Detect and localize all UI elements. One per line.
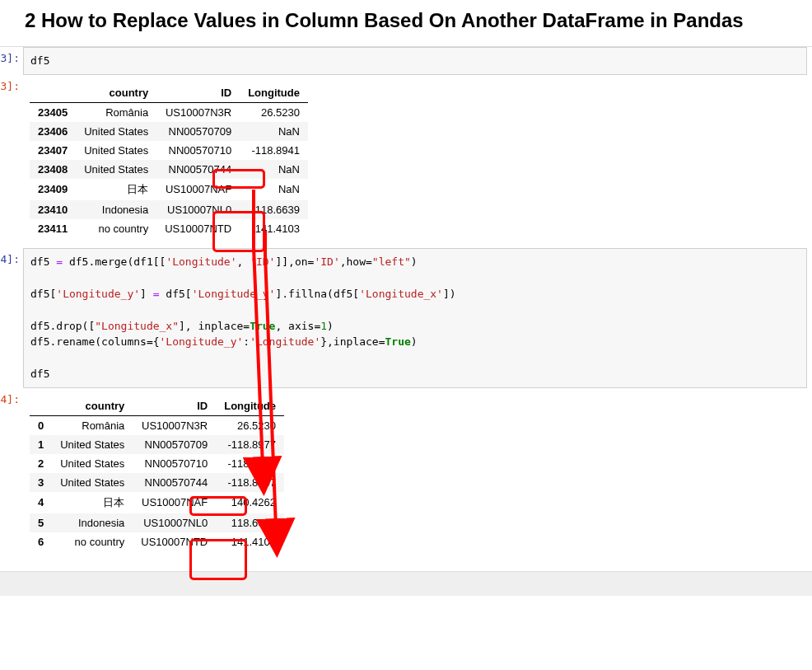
row-index: 23411 bbox=[30, 219, 76, 238]
cell: România bbox=[76, 102, 156, 122]
output-prompt: 4]: bbox=[0, 388, 23, 410]
row-index: 23409 bbox=[30, 179, 76, 200]
cell: -118.8941 bbox=[240, 141, 308, 160]
input-prompt: 3]: bbox=[0, 47, 23, 69]
cell: US10007NL0 bbox=[156, 200, 240, 219]
table-row: 4日本US10007NAF140.4262 bbox=[30, 492, 284, 513]
table-row: 23407United StatesNN00570710-118.8941 bbox=[30, 141, 308, 160]
section-heading: 2 How to Replace Values in Column Based … bbox=[0, 0, 812, 41]
code-line: df5.rename(columns={'Longitude_y':'Longi… bbox=[30, 335, 418, 348]
cell: NaN bbox=[240, 179, 308, 200]
cell: -118.8941 bbox=[216, 454, 284, 473]
row-index: 23407 bbox=[30, 141, 76, 160]
row-index: 6 bbox=[30, 532, 52, 551]
cell: United States bbox=[76, 160, 156, 179]
column-header: ID bbox=[133, 396, 216, 416]
table-row: 3United StatesNN00570744-118.8957 bbox=[30, 473, 284, 492]
cell: Indonesia bbox=[76, 200, 156, 219]
cell: -118.8977 bbox=[216, 435, 284, 454]
output-prompt: 3]: bbox=[0, 75, 23, 97]
table-row: 23408United StatesNN00570744NaN bbox=[30, 160, 308, 179]
output-cell-3: 3]: countryIDLongitude23405RomâniaUS1000… bbox=[0, 75, 812, 248]
table-row: 6no countryUS10007NTD141.4103 bbox=[30, 532, 284, 551]
column-header: Longitude bbox=[216, 396, 284, 416]
cell: US10007NTD bbox=[133, 532, 216, 551]
cell: United States bbox=[76, 122, 156, 141]
cell: 118.6639 bbox=[216, 513, 284, 532]
code-line: df5.drop(["Longitude_x"], inplace=True, … bbox=[30, 320, 334, 332]
cell: 日本 bbox=[76, 179, 156, 200]
cell: NN00570709 bbox=[133, 435, 216, 454]
row-index: 2 bbox=[30, 454, 52, 473]
output-cell-4: 4]: countryIDLongitude0RomâniaUS10007N3R… bbox=[0, 388, 812, 561]
code-input[interactable]: df5 bbox=[23, 47, 807, 75]
dataframe-table-2: countryIDLongitude0RomâniaUS10007N3R26.5… bbox=[30, 396, 284, 551]
cell: 141.4103 bbox=[216, 532, 284, 551]
table-row: 23410IndonesiaUS10007NL0118.6639 bbox=[30, 200, 308, 219]
table-row: 5IndonesiaUS10007NL0118.6639 bbox=[30, 513, 284, 532]
cell: 118.6639 bbox=[240, 200, 308, 219]
cell: US10007NTD bbox=[156, 219, 240, 238]
output-area: countryIDLongitude0RomâniaUS10007N3R26.5… bbox=[23, 388, 812, 561]
row-index: 1 bbox=[30, 435, 52, 454]
cell: 141.4103 bbox=[240, 219, 308, 238]
row-index: 0 bbox=[30, 415, 52, 435]
code-input[interactable]: df5 = df5.merge(df1[['Longitude', 'ID']]… bbox=[23, 248, 807, 388]
cell: US10007N3R bbox=[156, 102, 240, 122]
cell: no country bbox=[52, 532, 133, 551]
table-row: 0RomâniaUS10007N3R26.5230 bbox=[30, 415, 284, 435]
table-row: 23405RomâniaUS10007N3R26.5230 bbox=[30, 102, 308, 122]
code-line: df5 bbox=[30, 368, 49, 380]
cell: NN00570709 bbox=[156, 122, 240, 141]
row-index: 3 bbox=[30, 473, 52, 492]
row-index: 4 bbox=[30, 492, 52, 513]
cell: United States bbox=[52, 473, 133, 492]
output-area: countryIDLongitude23405RomâniaUS10007N3R… bbox=[23, 75, 812, 248]
cell: -118.8957 bbox=[216, 473, 284, 492]
cell: România bbox=[52, 415, 133, 435]
input-prompt: 4]: bbox=[0, 248, 23, 270]
cell: US10007NAF bbox=[156, 179, 240, 200]
table-row: 23409日本US10007NAFNaN bbox=[30, 179, 308, 200]
cell: NaN bbox=[240, 160, 308, 179]
input-cell-3: 3]: df5 bbox=[0, 47, 812, 75]
row-index: 23406 bbox=[30, 122, 76, 141]
code-text: df5 bbox=[30, 54, 49, 67]
cell: NN00570710 bbox=[156, 141, 240, 160]
footer-band bbox=[0, 571, 812, 596]
cell: US10007N3R bbox=[133, 415, 216, 435]
row-index: 23405 bbox=[30, 102, 76, 122]
dataframe-table-1: countryIDLongitude23405RomâniaUS10007N3R… bbox=[30, 83, 308, 238]
column-header: country bbox=[52, 396, 133, 416]
cell: United States bbox=[76, 141, 156, 160]
cell: United States bbox=[52, 435, 133, 454]
cell: United States bbox=[52, 454, 133, 473]
cell: US10007NL0 bbox=[133, 513, 216, 532]
column-header: country bbox=[76, 83, 156, 103]
cell: no country bbox=[76, 219, 156, 238]
cell: NN00570744 bbox=[133, 473, 216, 492]
column-header: ID bbox=[156, 83, 240, 103]
cell: NN00570744 bbox=[156, 160, 240, 179]
cell: NaN bbox=[240, 122, 308, 141]
cell: Indonesia bbox=[52, 513, 133, 532]
cell: US10007NAF bbox=[133, 492, 216, 513]
cell: 26.5230 bbox=[240, 102, 308, 122]
notebook-overlay: 2 How to Replace Values in Column Based … bbox=[0, 0, 812, 596]
input-cell-4: 4]: df5 = df5.merge(df1[['Longitude', 'I… bbox=[0, 248, 812, 388]
cell: 26.5230 bbox=[216, 415, 284, 435]
row-index: 23410 bbox=[30, 200, 76, 219]
code-line: df5['Longitude_y'] = df5['Longitude_y'].… bbox=[30, 288, 456, 300]
table-row: 23411no countryUS10007NTD141.4103 bbox=[30, 219, 308, 238]
cell: 140.4262 bbox=[216, 492, 284, 513]
table-row: 2United StatesNN00570710-118.8941 bbox=[30, 454, 284, 473]
row-index: 23408 bbox=[30, 160, 76, 179]
cell: 日本 bbox=[52, 492, 133, 513]
column-header: Longitude bbox=[240, 83, 308, 103]
table-row: 23406United StatesNN00570709NaN bbox=[30, 122, 308, 141]
cell: NN00570710 bbox=[133, 454, 216, 473]
table-row: 1United StatesNN00570709-118.8977 bbox=[30, 435, 284, 454]
row-index: 5 bbox=[30, 513, 52, 532]
code-line: df5 = df5.merge(df1[['Longitude', 'ID']]… bbox=[30, 255, 418, 268]
